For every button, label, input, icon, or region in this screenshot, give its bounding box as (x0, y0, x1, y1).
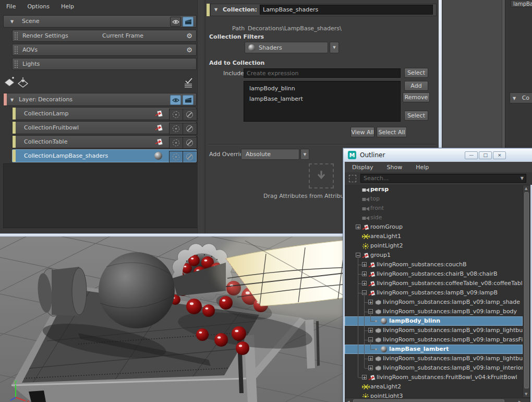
layer-renderable-button[interactable] (183, 95, 194, 105)
collection-color-tab[interactable] (13, 136, 16, 148)
close-button[interactable]: × (493, 151, 506, 159)
drag-handle-icon[interactable] (14, 32, 18, 40)
scene-visibility-button[interactable] (170, 17, 181, 27)
marquee-select-icon[interactable] (349, 175, 356, 182)
outliner-item-group1[interactable]: −group1 (345, 251, 523, 260)
collection-color-tab[interactable] (13, 122, 16, 134)
menu-help[interactable]: Help (61, 3, 74, 10)
visibility-filter-button[interactable] (183, 77, 194, 88)
apple[interactable] (186, 299, 202, 314)
apple[interactable] (232, 326, 246, 341)
collection-color-tab[interactable] (207, 4, 210, 16)
outliner-item-livingRoom_substances:lampB_v09:lampB[interactable]: −livingRoom_substances:lampB_v09:lampB (345, 288, 523, 298)
create-layer-button[interactable] (4, 77, 16, 88)
select-members-button[interactable]: Select (404, 111, 428, 121)
menu-display[interactable]: Display (352, 164, 373, 171)
outliner-search-input[interactable] (360, 174, 526, 183)
scroll-left-arrow[interactable]: ◀ (347, 400, 349, 402)
collection-row-Table[interactable]: Collection:Table (12, 135, 197, 148)
outliner-item-livingRoom_substances:coffeeTable_v08:coffeeTable[interactable]: +livingRoom_substances:coffeeTable_v08:c… (345, 279, 523, 288)
scroll-right-arrow[interactable]: ▶ (518, 400, 521, 402)
disable-button[interactable] (183, 137, 196, 148)
expand-toggle[interactable]: + (368, 300, 373, 304)
outliner-item-livingRoom_substances:lampB_v09:lamp_shade[interactable]: +livingRoom_substances:lampB_v09:lamp_sh… (345, 298, 523, 307)
menu-show[interactable]: Show (387, 164, 403, 171)
expand-toggle[interactable]: + (362, 375, 367, 380)
menu-help[interactable]: Help (416, 164, 429, 171)
collapse-arrow-icon[interactable]: ▼ (10, 98, 14, 102)
outliner-item-livingRoom_substances:lampB_v09:lamp_lightbulb_basea[interactable]: +livingRoom_substances:lampB_v09:lamp_li… (345, 354, 523, 363)
menu-options[interactable]: Options (27, 3, 49, 10)
isolate-button[interactable] (170, 123, 183, 134)
lights-row[interactable]: Lights (12, 58, 197, 70)
scene-renderable-button[interactable] (183, 17, 194, 27)
minimize-button[interactable]: — (465, 151, 478, 159)
expand-toggle[interactable]: + (368, 328, 373, 333)
scroll-down-arrow[interactable]: ▼ (525, 392, 527, 396)
outliner-item-livingRoom_substances:lampB_v09:lamp_brassFixture[interactable]: −livingRoom_substances:lampB_v09:lamp_br… (345, 335, 523, 345)
node-name-field[interactable]: lampBa (511, 0, 532, 7)
collapse-arrow-icon[interactable]: ▼ (214, 7, 217, 12)
expand-toggle[interactable]: + (356, 224, 360, 229)
aovs-row[interactable]: AOVs ⚙ (12, 44, 197, 56)
outliner-vscrollbar[interactable]: ▲ ▼ (523, 185, 530, 398)
viewport-3d[interactable]: y x (0, 237, 346, 402)
outliner-item-pointLight2[interactable]: pointLight2 (345, 241, 523, 251)
outliner-item-livingRoom_substances:lampB_v09:lamp_interior_Frametc[interactable]: +livingRoom_substances:lampB_v09:lamp_in… (345, 363, 523, 373)
apple[interactable] (236, 341, 249, 355)
menu-file[interactable]: File (6, 3, 16, 10)
drag-drop-target[interactable] (309, 163, 334, 188)
collection-color-tab[interactable] (13, 108, 16, 120)
include-expression-input[interactable] (244, 68, 401, 78)
disable-button[interactable] (183, 151, 196, 162)
collection-row-Fruitbowl[interactable]: Collection:Fruitbowl (12, 121, 197, 134)
gear-icon[interactable]: ⚙ (186, 46, 192, 54)
outliner-item-areaLight2[interactable]: areaLight2 (345, 382, 523, 392)
outliner-window[interactable]: M Outliner — □ × Display Show Help ▼ per… (343, 148, 532, 402)
view-all-button[interactable]: View All (350, 127, 374, 137)
outliner-titlebar[interactable]: M Outliner — □ × (344, 149, 532, 161)
outliner-item-side[interactable]: side (345, 213, 523, 222)
collapse-arrow-icon[interactable]: ▼ (10, 19, 14, 24)
outliner-item-livingRoom_substances:lampB_v09:lamp_body[interactable]: −livingRoom_substances:lampB_v09:lamp_bo… (345, 307, 523, 316)
isolate-button[interactable] (170, 137, 183, 148)
layer-color-tab[interactable] (4, 93, 7, 105)
outliner-item-top[interactable]: top (345, 194, 523, 204)
include-list-item[interactable]: lampBody_blinn (244, 84, 400, 94)
scene-row[interactable]: ▼ Scene (3, 15, 197, 28)
select-expression-button[interactable]: Select (404, 68, 428, 78)
apple[interactable] (214, 333, 228, 347)
filter-dropdown-arrow[interactable]: ▼ (330, 42, 339, 53)
apple[interactable] (196, 328, 209, 341)
gear-icon[interactable]: ⚙ (186, 32, 192, 40)
expand-toggle[interactable]: + (362, 262, 367, 267)
import-layer-button[interactable] (18, 77, 29, 88)
outliner-item-areaLight1[interactable]: areaLight1 (345, 232, 523, 241)
filter-type-dropdown[interactable]: Shaders (245, 42, 328, 53)
disable-button[interactable] (183, 109, 196, 120)
outliner-item-livingRoom_substances:lampB_v09:lamp_lightbulb_bulb[interactable]: +livingRoom_substances:lampB_v09:lamp_li… (345, 326, 523, 335)
include-list-item[interactable]: lampBase_lambert (244, 94, 400, 104)
drag-handle-icon[interactable] (14, 60, 18, 68)
collection-type-button[interactable] (154, 110, 164, 118)
apple[interactable] (219, 296, 233, 310)
collapsed-section-header[interactable]: ▼ Co (510, 92, 532, 103)
collection-type-button[interactable] (154, 138, 164, 146)
outliner-item-persp[interactable]: persp (345, 185, 523, 194)
expand-toggle[interactable]: + (362, 271, 367, 276)
render-settings-row[interactable]: Render Settings Current Frame ⚙ (12, 30, 197, 42)
collection-type-button[interactable] (154, 152, 164, 160)
maximize-button[interactable]: □ (479, 151, 492, 159)
scroll-up-arrow[interactable]: ▲ (525, 186, 527, 191)
collection-name-input[interactable] (260, 5, 433, 15)
viewport-scene[interactable]: y x (0, 237, 346, 402)
vscroll-thumb[interactable] (524, 192, 529, 388)
override-dropdown-arrow[interactable]: ▼ (300, 149, 309, 160)
collapse-toggle[interactable]: − (368, 337, 373, 342)
collection-color-tab[interactable] (13, 150, 16, 162)
expand-toggle[interactable]: + (362, 281, 367, 286)
left-panel-scrollbar[interactable] (197, 0, 204, 234)
isolate-button[interactable] (170, 151, 183, 162)
outliner-tree[interactable]: persptopfrontside+roomGroupareaLight1poi… (345, 185, 523, 398)
isolate-button[interactable] (170, 109, 183, 120)
